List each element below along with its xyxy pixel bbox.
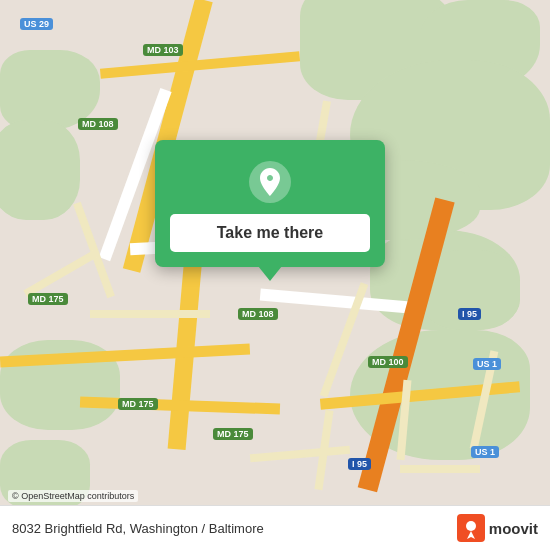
bottom-bar: 8032 Brightfield Rd, Washington / Baltim… — [0, 505, 550, 550]
road-label-md175c: MD 175 — [213, 428, 253, 440]
road-label-i95b: I 95 — [348, 458, 371, 470]
road-label-md175a: MD 175 — [28, 293, 68, 305]
location-pin-icon — [248, 160, 292, 204]
map-container: US 29 MD 103 MD 108 MD 108 MD 108 MD 175… — [0, 0, 550, 550]
road-label-md108c: MD 108 — [238, 308, 278, 320]
osm-attribution: © OpenStreetMap contributors — [8, 490, 138, 502]
address-text: 8032 Brightfield Rd, Washington / Baltim… — [12, 521, 264, 536]
popup-card: Take me there — [155, 140, 385, 267]
moovit-brand-text: moovit — [489, 520, 538, 537]
road-label-us29: US 29 — [20, 18, 53, 30]
road-label-md103: MD 103 — [143, 44, 183, 56]
moovit-logo: moovit — [457, 514, 538, 542]
moovit-logo-icon — [457, 514, 485, 542]
road-label-i95a: I 95 — [458, 308, 481, 320]
road-label-md175b: MD 175 — [118, 398, 158, 410]
road-label-us1a: US 1 — [473, 358, 501, 370]
road-label-md108a: MD 108 — [78, 118, 118, 130]
road-label-md100: MD 100 — [368, 356, 408, 368]
road-label-us1b: US 1 — [471, 446, 499, 458]
svg-point-2 — [466, 521, 476, 531]
take-me-there-button[interactable]: Take me there — [170, 214, 370, 252]
